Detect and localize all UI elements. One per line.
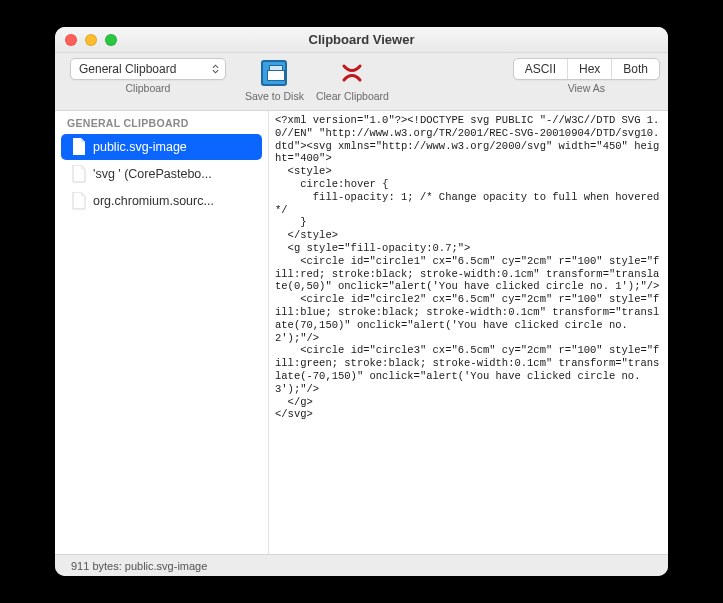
- close-window-button[interactable]: [65, 34, 77, 46]
- sidebar-item-label: org.chromium.sourc...: [93, 194, 214, 208]
- save-group: Save to Disk: [245, 58, 304, 102]
- viewas-both-button[interactable]: Both: [612, 59, 659, 79]
- content-view[interactable]: <?xml version="1.0"?><!DOCTYPE svg PUBLI…: [269, 111, 668, 554]
- sidebar-item-org-chromium-source[interactable]: org.chromium.sourc...: [61, 188, 262, 214]
- sidebar-item-label: public.svg-image: [93, 140, 187, 154]
- window-controls: [55, 34, 117, 46]
- sidebar-item-label: 'svg ' (CorePastebo...: [93, 167, 212, 181]
- file-icon: [71, 192, 86, 210]
- sidebar-item-public-svg-image[interactable]: public.svg-image: [61, 134, 262, 160]
- save-to-disk-button[interactable]: [252, 58, 296, 88]
- sidebar-header: GENERAL CLIPBOARD: [55, 111, 268, 133]
- chevron-updown-icon: [208, 59, 222, 79]
- clear-group: Clear Clipboard: [316, 58, 389, 102]
- clipboard-select[interactable]: General Clipboard: [70, 58, 226, 80]
- window-title: Clipboard Viewer: [55, 32, 668, 47]
- save-label: Save to Disk: [245, 90, 304, 102]
- main-area: GENERAL CLIPBOARD public.svg-image 'svg …: [55, 111, 668, 554]
- statusbar: 911 bytes: public.svg-image: [55, 554, 668, 576]
- clipboard-selector-group: General Clipboard Clipboard: [63, 58, 233, 94]
- file-icon: [71, 165, 86, 183]
- zoom-window-button[interactable]: [105, 34, 117, 46]
- viewas-hex-button[interactable]: Hex: [568, 59, 612, 79]
- viewas-group: ASCII Hex Both View As: [513, 58, 660, 94]
- status-text: 911 bytes: public.svg-image: [71, 560, 207, 572]
- app-window: Clipboard Viewer General Clipboard Clipb…: [55, 27, 668, 576]
- toolbar: General Clipboard Clipboard Save to Disk: [55, 53, 668, 111]
- viewas-label: View As: [568, 82, 605, 94]
- clipboard-text: <?xml version="1.0"?><!DOCTYPE svg PUBLI…: [275, 114, 662, 421]
- floppy-disk-icon: [261, 60, 287, 86]
- clipboard-select-value: General Clipboard: [79, 62, 176, 76]
- x-icon: [339, 60, 365, 86]
- titlebar: Clipboard Viewer: [55, 27, 668, 53]
- clear-clipboard-button[interactable]: [330, 58, 374, 88]
- sidebar-item-svg-corepasteboard[interactable]: 'svg ' (CorePastebo...: [61, 161, 262, 187]
- clear-label: Clear Clipboard: [316, 90, 389, 102]
- viewas-ascii-button[interactable]: ASCII: [514, 59, 568, 79]
- viewas-segmented-control: ASCII Hex Both: [513, 58, 660, 80]
- file-icon: [71, 138, 86, 156]
- minimize-window-button[interactable]: [85, 34, 97, 46]
- sidebar: GENERAL CLIPBOARD public.svg-image 'svg …: [55, 111, 269, 554]
- clipboard-selector-label: Clipboard: [126, 82, 171, 94]
